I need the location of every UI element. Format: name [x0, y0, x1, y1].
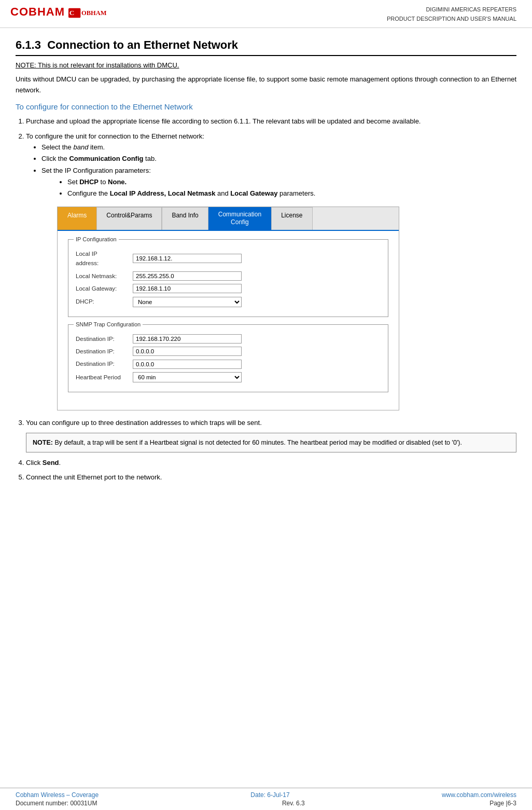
snmp-config-group: SNMP Trap Configuration Destination IP: … — [68, 324, 388, 392]
page-header: COBHAM C OBHAM DIGIMINI AMERICAS REPEATE… — [0, 0, 532, 28]
svg-text:OBHAM: OBHAM — [81, 9, 107, 17]
dest-ip-1-label: Destination IP: — [76, 334, 133, 344]
header-title: DIGIMINI AMERICAS REPEATERS PRODUCT DESC… — [387, 5, 516, 23]
tab-alarms[interactable]: Alarms — [58, 207, 96, 230]
page-footer: Cobham Wireless – Coverage Date: 6-Jul-1… — [0, 788, 532, 810]
ip-local-address-row: Local IPaddress: — [76, 249, 381, 268]
ip-config-title: IP Configuration — [74, 235, 119, 244]
note-dmcu: NOTE: This is not relevant for installat… — [16, 61, 516, 69]
local-netmask-row: Local Netmask: — [76, 271, 381, 281]
dest-ip-2-label: Destination IP: — [76, 347, 133, 356]
local-gateway-input[interactable] — [133, 284, 242, 293]
local-ip-input[interactable] — [133, 254, 242, 263]
local-netmask-input[interactable] — [133, 271, 242, 281]
subsection-title: To configure for connection to the Ether… — [16, 102, 516, 111]
steps-list: Purchase and upload the appropriate lice… — [26, 116, 516, 483]
header-title-line1: DIGIMINI AMERICAS REPEATERS — [387, 5, 516, 15]
step-3: You can configure up to three destinatio… — [26, 418, 516, 452]
local-gateway-row: Local Gateway: — [76, 284, 381, 293]
footer-page: Page |6-3 — [489, 800, 516, 807]
main-content: 6.1.3 Connection to an Ethernet Network … — [0, 28, 532, 530]
tab-communication-config[interactable]: CommunicationConfig — [208, 207, 271, 230]
tab-license[interactable]: License — [271, 207, 312, 230]
intro-paragraph: Units without DMCU can be upgraded, by p… — [16, 74, 516, 96]
tab-band-info[interactable]: Band Info — [162, 207, 208, 230]
note-label: NOTE: — [33, 439, 53, 446]
bullet-band: Select the band item. — [41, 142, 516, 153]
step-3-text: You can configure up to three destinatio… — [26, 419, 262, 427]
header-title-line2: PRODUCT DESCRIPTION AND USER'S MANUAL — [387, 15, 516, 24]
sub-bullets-ip: Set DHCP to None. Configure the Local IP… — [67, 176, 516, 199]
step-1-text: Purchase and upload the appropriate lice… — [26, 117, 421, 125]
dest-ip-1-row: Destination IP: — [76, 334, 381, 344]
step-5: Connect the unit Ethernet port to the ne… — [26, 472, 516, 483]
logo-text: COBHAM — [10, 5, 68, 18]
svg-text:C: C — [69, 9, 75, 17]
step-2-text: To configure the unit for connection to … — [26, 132, 204, 140]
step-2: To configure the unit for connection to … — [26, 131, 516, 410]
tab-control-params[interactable]: Control&Params — [96, 207, 162, 230]
dest-ip-3-label: Destination IP: — [76, 359, 133, 368]
footer-date: Date: 6-Jul-17 — [250, 791, 289, 799]
sub-bullet-dhcp: Set DHCP to None. — [67, 176, 516, 188]
heartbeat-label: Heartbeat Period — [76, 373, 133, 382]
footer-date-label: Date: — [250, 791, 265, 799]
bullet-comm-config: Click the Communication Config tab. — [41, 153, 516, 164]
footer-date-value: 6-Jul-17 — [267, 791, 289, 799]
step-2-bullets: Select the band item. Click the Communic… — [41, 142, 516, 199]
footer-rev-value: 6.3 — [296, 800, 305, 807]
heartbeat-row: Heartbeat Period 60 min 30 min 0 — [76, 372, 381, 382]
local-gateway-label: Local Gateway: — [76, 284, 133, 293]
footer-company: Cobham Wireless – Coverage — [16, 791, 99, 799]
footer-rev: Rev. 6.3 — [282, 800, 305, 807]
dest-ip-3-input[interactable] — [133, 360, 242, 369]
sub-bullet-params: Configure the Local IP Address, Local Ne… — [67, 188, 516, 199]
section-title: 6.1.3 Connection to an Ethernet Network — [16, 38, 516, 52]
dest-ip-3-row: Destination IP: — [76, 359, 381, 368]
dhcp-row: DHCP: None Auto — [76, 297, 381, 307]
step-4: Click Send. — [26, 458, 516, 469]
bullet-ip-config: Set the IP Configuration parameters: Set… — [41, 165, 516, 199]
note-text: By default, a trap will be sent if a Hea… — [54, 439, 462, 446]
dhcp-label: DHCP: — [76, 297, 133, 306]
ip-config-group: IP Configuration Local IPaddress: Local … — [68, 239, 388, 317]
heartbeat-select[interactable]: 60 min 30 min 0 — [133, 372, 242, 382]
step-3-note: NOTE: By default, a trap will be sent if… — [26, 433, 516, 452]
section-heading: Connection to an Ethernet Network — [47, 38, 238, 51]
step-1: Purchase and upload the appropriate lice… — [26, 116, 516, 127]
local-ip-label: Local IPaddress: — [76, 249, 133, 268]
tabs-bar: Alarms Control&Params Band Info Communic… — [58, 207, 399, 231]
footer-doc-number: Document number: 00031UM — [16, 800, 97, 807]
section-divider — [16, 55, 516, 56]
screenshot-body: IP Configuration Local IPaddress: Local … — [58, 231, 399, 410]
section-number: 6.1.3 — [16, 38, 41, 51]
dest-ip-1-input[interactable] — [133, 334, 242, 344]
footer-website: www.cobham.com/wireless — [442, 791, 516, 799]
snmp-config-title: SNMP Trap Configuration — [74, 320, 143, 330]
logo-icon: C OBHAM — [68, 6, 120, 20]
screenshot: Alarms Control&Params Band Info Communic… — [57, 207, 399, 410]
footer-rev-label: Rev. — [282, 800, 295, 807]
dest-ip-2-input[interactable] — [133, 347, 242, 356]
dest-ip-2-row: Destination IP: — [76, 347, 381, 356]
logo: COBHAM C OBHAM — [10, 5, 122, 20]
local-netmask-label: Local Netmask: — [76, 271, 133, 281]
dhcp-select[interactable]: None Auto — [133, 297, 242, 307]
